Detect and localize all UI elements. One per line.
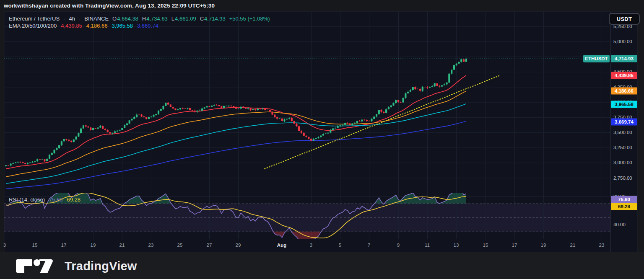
symbol-title[interactable]: Ethereum / TetherUS — [9, 16, 60, 22]
tradingview-snapshot: workwithshayan created with TradingView.… — [0, 0, 644, 279]
legend-separator: · — [63, 16, 65, 22]
ema200-price-tag: 3,669.74 — [611, 119, 637, 126]
rsi-legend[interactable]: RSI (14, close) 75.60 69.28 — [9, 196, 80, 203]
time-axis[interactable]: 31517192123252729Aug357911131517192123 — [4, 239, 610, 252]
close-value: 4,714.93 — [204, 16, 226, 22]
time-axis-label: 3 — [3, 243, 6, 248]
exchange-label: BINANCE — [84, 16, 109, 22]
rsi-tick-label: 40.00 — [613, 222, 626, 227]
price-tick-label: 3,000.00 — [613, 160, 632, 165]
high-label: H — [142, 16, 146, 22]
interval-label[interactable]: 4h — [69, 16, 75, 22]
price-tick-label: 5,250.00 — [613, 24, 632, 29]
time-axis-label: 17 — [61, 243, 67, 248]
ema100-value: 3,965.58 — [112, 23, 133, 29]
ema20-price-tag: 4,439.85 — [611, 72, 637, 79]
open-label: O — [112, 16, 117, 22]
time-axis-label: 23 — [148, 243, 154, 248]
time-axis-label: 17 — [512, 243, 517, 248]
ema-legend[interactable]: EMA 20/50/100/200 4,439.85 4,186.66 3,96… — [9, 23, 158, 29]
rsi-value-tag: 75.60 — [611, 196, 637, 203]
change-value: +50.55 (+1.08%) — [229, 16, 270, 22]
ema100-price-tag: 3,965.58 — [611, 101, 637, 108]
ema50-price-tag: 4,186.66 — [611, 87, 637, 94]
rsi-ma-value-tag: 69.28 — [611, 203, 637, 210]
close-label: C — [200, 16, 204, 22]
time-axis-label: 9 — [397, 243, 400, 248]
time-axis-label: 15 — [483, 243, 488, 248]
time-axis-label: 25 — [177, 243, 183, 248]
ema-label[interactable]: EMA 20/50/100/200 — [9, 23, 57, 29]
current-price-tag: 4,714.93 — [611, 55, 637, 62]
price-tick-label: 5,000.00 — [613, 39, 632, 44]
time-axis-label: 29 — [236, 243, 241, 248]
time-axis-label: 19 — [541, 243, 546, 248]
time-axis-label: 23 — [599, 243, 605, 248]
rsi-label[interactable]: RSI (14, close) — [9, 196, 45, 203]
legend-separator: · — [79, 16, 80, 22]
chart-canvas[interactable] — [0, 0, 644, 279]
tradingview-logo-icon[interactable] — [15, 258, 58, 274]
low-label: L — [171, 16, 174, 22]
time-axis-label: 19 — [91, 243, 96, 248]
high-value: 4,734.63 — [146, 16, 168, 22]
time-axis-label: 21 — [119, 243, 125, 248]
time-axis-label: 3 — [310, 243, 312, 248]
brand-text: TradingView — [65, 259, 137, 273]
time-axis-label: Aug — [277, 243, 286, 248]
price-tick-label: 2,750.00 — [613, 176, 632, 181]
low-value: 4,661.09 — [175, 16, 196, 22]
symbol-price-tag: ETHUSDT — [583, 55, 610, 62]
time-axis-label: 15 — [32, 243, 38, 248]
ema20-value: 4,439.85 — [61, 23, 82, 29]
time-axis-label: 27 — [207, 243, 212, 248]
price-scale[interactable]: 5,250.005,000.004,750.004,500.004,250.00… — [611, 12, 637, 252]
rsi-ma-value: 69.28 — [67, 196, 81, 203]
rsi-value: 75.60 — [49, 196, 63, 203]
ema200-value: 3,669.74 — [137, 23, 158, 29]
open-value: 4,664.38 — [117, 16, 138, 22]
time-axis-label: 13 — [454, 243, 459, 248]
price-tick-label: 3,250.00 — [613, 145, 632, 150]
footer-bar: TradingView — [0, 252, 644, 279]
chart-legend[interactable]: Ethereum / TetherUS · 4h · BINANCE O4,66… — [9, 16, 270, 22]
time-axis-label: 7 — [368, 243, 370, 248]
time-axis-label: 21 — [570, 243, 576, 248]
ema50-value: 4,186.66 — [86, 23, 108, 29]
price-tick-label: 3,500.00 — [613, 130, 632, 135]
time-axis-label: 5 — [339, 243, 341, 248]
time-axis-label: 11 — [425, 243, 430, 248]
